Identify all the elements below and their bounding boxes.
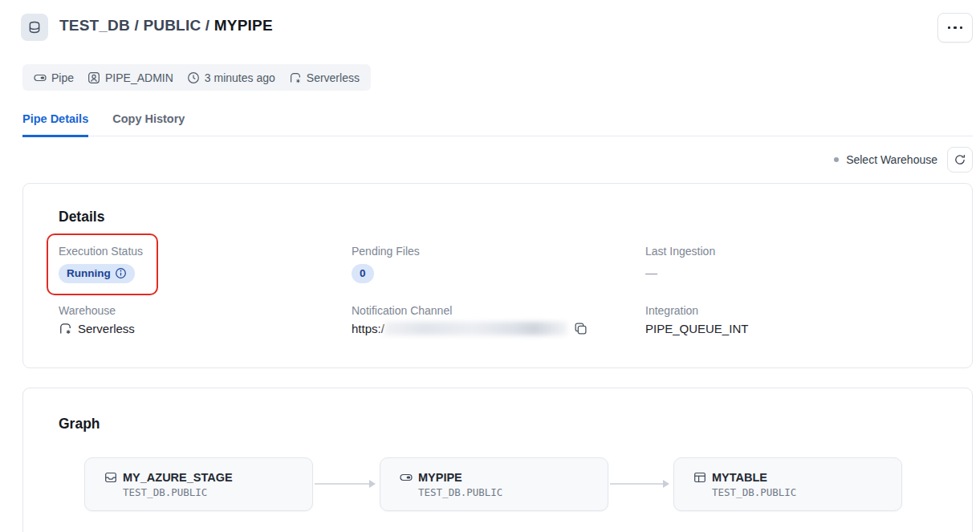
execution-status-label: Execution Status bbox=[59, 245, 143, 258]
warehouse-value: Serverless bbox=[59, 322, 135, 335]
table-icon bbox=[693, 471, 706, 484]
ellipsis-icon bbox=[948, 26, 963, 30]
warehouse-label: Warehouse bbox=[59, 304, 116, 317]
details-card: Details Execution Status Running Pending… bbox=[22, 183, 973, 368]
page-title: TEST_DB / PUBLIC / MYPIPE bbox=[59, 17, 273, 35]
meta-owner: PIPE_ADMIN bbox=[87, 71, 173, 84]
serverless-icon bbox=[289, 71, 302, 84]
graph-heading: Graph bbox=[59, 416, 100, 433]
object-type-badge bbox=[21, 14, 48, 41]
graph-node-stage[interactable]: MY_AZURE_STAGE TEST_DB.PUBLIC bbox=[84, 457, 313, 511]
warehouse-status-dot-icon bbox=[834, 157, 839, 162]
status-badge-text: Running bbox=[67, 267, 111, 279]
select-warehouse-label: Select Warehouse bbox=[846, 153, 937, 166]
integration-label: Integration bbox=[645, 304, 698, 317]
notification-channel-value: https:/ bbox=[352, 322, 588, 335]
meta-type: Pipe bbox=[34, 71, 74, 84]
pipe-icon bbox=[34, 71, 47, 84]
pending-files-badge: 0 bbox=[352, 264, 374, 283]
more-actions-button[interactable] bbox=[937, 13, 973, 43]
pipe-icon bbox=[400, 471, 413, 484]
status-badge: Running bbox=[59, 264, 135, 283]
graph-edge-stage-to-pipe bbox=[315, 483, 374, 485]
meta-updated-label: 3 minutes ago bbox=[205, 71, 275, 84]
node-qualifier: TEST_DB.PUBLIC bbox=[712, 486, 901, 498]
meta-updated: 3 minutes ago bbox=[187, 71, 275, 84]
graph-edge-pipe-to-table bbox=[610, 483, 668, 485]
graph-node-pipe[interactable]: MYPIPE TEST_DB.PUBLIC bbox=[380, 457, 608, 511]
graph-node-table[interactable]: MYTABLE TEST_DB.PUBLIC bbox=[673, 457, 902, 511]
info-icon[interactable] bbox=[115, 267, 127, 279]
copy-icon[interactable] bbox=[574, 322, 588, 335]
breadcrumb: TEST_DB / PUBLIC / bbox=[59, 17, 209, 34]
clock-icon bbox=[187, 71, 200, 84]
node-qualifier: TEST_DB.PUBLIC bbox=[123, 486, 312, 498]
graph-card: Graph MY_AZURE_STAGE TEST_DB.PUBLIC MYPI… bbox=[22, 388, 973, 532]
user-role-icon bbox=[87, 71, 100, 84]
node-name: MY_AZURE_STAGE bbox=[123, 471, 233, 484]
node-name: MYTABLE bbox=[712, 471, 767, 484]
meta-compute: Serverless bbox=[289, 71, 360, 84]
select-warehouse-control[interactable]: Select Warehouse bbox=[834, 153, 937, 166]
tab-copy-history[interactable]: Copy History bbox=[112, 106, 185, 136]
integration-value: PIPE_QUEUE_INT bbox=[645, 322, 748, 335]
serverless-icon bbox=[59, 322, 72, 335]
tab-pipe-details[interactable]: Pipe Details bbox=[22, 106, 88, 137]
refresh-icon bbox=[954, 153, 966, 166]
pending-files-value: 0 bbox=[352, 264, 374, 283]
node-qualifier: TEST_DB.PUBLIC bbox=[418, 486, 608, 498]
database-icon bbox=[27, 20, 42, 35]
pending-files-label: Pending Files bbox=[352, 245, 420, 258]
toolbar: Select Warehouse bbox=[0, 147, 973, 173]
notification-channel-url: https:/ bbox=[352, 322, 384, 335]
meta-compute-label: Serverless bbox=[307, 71, 360, 84]
meta-type-label: Pipe bbox=[51, 71, 74, 84]
object-meta-bar: Pipe PIPE_ADMIN 3 minutes ago bbox=[22, 64, 371, 91]
last-ingestion-label: Last Ingestion bbox=[645, 245, 715, 258]
meta-owner-label: PIPE_ADMIN bbox=[105, 71, 173, 84]
execution-status-value: Running bbox=[59, 264, 135, 283]
warehouse-value-text: Serverless bbox=[78, 322, 135, 335]
node-name: MYPIPE bbox=[418, 471, 462, 484]
refresh-button[interactable] bbox=[947, 147, 973, 173]
last-ingestion-value: — bbox=[645, 266, 657, 279]
notification-channel-redacted bbox=[384, 322, 567, 335]
notification-channel-label: Notification Channel bbox=[352, 304, 452, 317]
stage-icon bbox=[104, 471, 117, 484]
object-name: MYPIPE bbox=[214, 17, 273, 34]
tab-bar: Pipe Details Copy History bbox=[22, 106, 973, 136]
details-heading: Details bbox=[59, 209, 104, 225]
